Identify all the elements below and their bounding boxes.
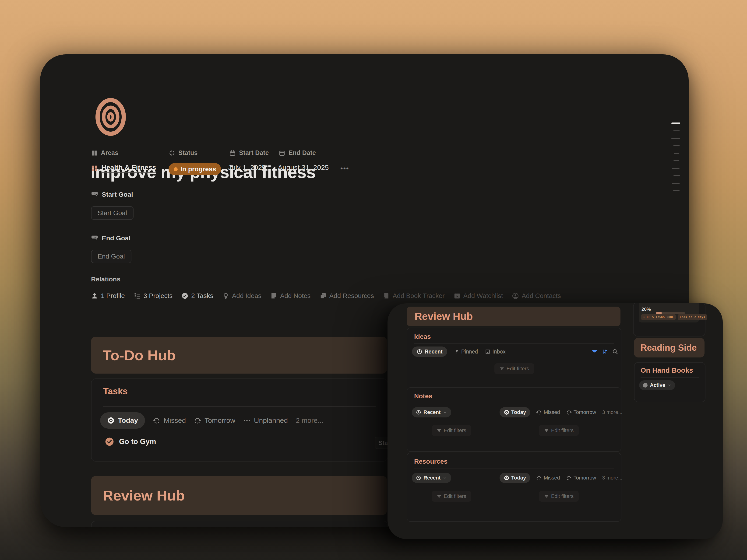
relations-row: 1 Profile 3 Projects 2 Tasks Add Ideas A… — [91, 292, 561, 300]
task-row[interactable]: Go to Gym — [105, 437, 156, 446]
end-date-value[interactable]: August 31, 2025 — [278, 164, 329, 171]
todo-hub-title: To-Do Hub — [103, 347, 176, 364]
overlay-review-hub-title: Review Hub — [415, 311, 473, 322]
cursor-click-icon — [91, 191, 99, 198]
ends-in-badge: Ends in 2 days — [678, 314, 707, 320]
person-icon — [91, 292, 98, 299]
tabs-more-button[interactable]: 2 more... — [296, 417, 323, 424]
relation-projects[interactable]: 3 Projects — [134, 292, 173, 300]
missed-icon — [536, 409, 542, 415]
resources-tab-tomorrow[interactable]: Tomorrow — [566, 475, 596, 481]
filter-icon — [437, 494, 441, 499]
notes-tab-today[interactable]: Today — [499, 407, 530, 418]
notes-edit-filters-left[interactable]: Edit filters — [432, 425, 471, 436]
contact-icon — [512, 292, 519, 299]
property-label: End Date — [288, 149, 316, 157]
relation-add-resources[interactable]: Add Resources — [319, 292, 374, 300]
status-label: In progress — [180, 165, 216, 173]
more-properties-button[interactable]: ••• — [340, 164, 349, 172]
notes-tab-missed[interactable]: Missed — [536, 409, 560, 415]
tab-unplanned[interactable]: Unplanned — [243, 417, 288, 424]
review-hub-banner[interactable]: Review Hub — [91, 476, 387, 515]
overlay-review-hub-banner[interactable]: Review Hub — [407, 306, 620, 326]
ellipsis-icon — [243, 417, 251, 424]
property-start-date[interactable]: Start Date — [229, 149, 269, 157]
status-dot — [174, 167, 178, 171]
progress-panel: 20% 1 OF 5 TASKS DONE Ends in 2 days — [639, 303, 699, 322]
resources-card: Resources Recent Today Missed — [407, 453, 621, 522]
relation-add-contacts[interactable]: Add Contacts — [512, 292, 561, 300]
relation-add-book-tracker[interactable]: Add Book Tracker — [383, 292, 445, 300]
tomorrow-icon — [566, 409, 572, 415]
tab-today[interactable]: Today — [100, 412, 145, 429]
start-goal-button[interactable]: Start Goal — [91, 206, 133, 220]
notes-card: Notes Recent Today Missed — [407, 387, 621, 452]
relation-tasks[interactable]: 2 Tasks — [181, 292, 213, 300]
filter-icon — [499, 366, 504, 371]
area-value[interactable]: Health & Fitness — [91, 164, 156, 173]
search-icon[interactable] — [612, 349, 618, 355]
notes-edit-filters-right[interactable]: Edit filters — [539, 425, 579, 436]
active-filter-pill[interactable]: Active — [639, 380, 675, 390]
ideas-tab-bar: Recent Pinned Inbox — [412, 347, 506, 357]
reading-side-banner[interactable]: Reading Side — [634, 338, 704, 357]
filter-icon[interactable] — [592, 349, 598, 355]
property-label: Status — [178, 149, 198, 157]
ideas-edit-filters-button[interactable]: Edit filters — [494, 363, 534, 374]
missed-icon — [536, 475, 542, 481]
relation-add-watchlist[interactable]: Add Watchlist — [454, 292, 503, 300]
clock-icon — [417, 349, 422, 354]
cursor-click-icon — [91, 235, 99, 242]
ideas-card: Ideas Recent Pinned Inbox — [407, 328, 621, 398]
notes-tabs-more-button[interactable]: 3 more... — [602, 409, 622, 415]
inbox-icon — [485, 349, 490, 354]
watchlist-icon — [454, 292, 461, 299]
resources-tab-missed[interactable]: Missed — [536, 475, 560, 481]
filter-icon — [544, 494, 549, 499]
resources-edit-filters-right[interactable]: Edit filters — [539, 491, 579, 502]
check-circle-icon — [181, 292, 188, 299]
reading-side-title: Reading Side — [641, 343, 697, 353]
resources-tab-today[interactable]: Today — [499, 473, 530, 483]
resource-icon — [319, 292, 327, 299]
tasks-tab-bar: Today Missed Tomorrow Unplanned 2 more..… — [100, 412, 323, 429]
ideas-tab-inbox[interactable]: Inbox — [485, 349, 506, 355]
missed-icon — [153, 417, 160, 424]
notes-tab-tomorrow[interactable]: Tomorrow — [566, 409, 596, 415]
tab-missed[interactable]: Missed — [153, 417, 186, 424]
resources-recent-tab[interactable]: Recent — [412, 473, 451, 483]
notes-day-tab-bar: Today Missed Tomorrow 3 more... — [499, 407, 622, 418]
start-date-value[interactable]: July 1, 2025 — [228, 164, 266, 171]
end-goal-heading: End Goal — [91, 235, 130, 242]
status-pill[interactable]: In progress — [169, 163, 221, 175]
tab-tomorrow[interactable]: Tomorrow — [194, 417, 235, 424]
relation-add-ideas[interactable]: Add Ideas — [222, 292, 261, 300]
book-icon — [383, 292, 390, 299]
resources-tabs-more-button[interactable]: 3 more... — [602, 475, 622, 481]
property-areas[interactable]: Areas — [91, 149, 118, 157]
property-end-date[interactable]: End Date — [279, 149, 316, 157]
relation-profile[interactable]: 1 Profile — [91, 292, 125, 300]
ideas-tab-pinned[interactable]: Pinned — [454, 349, 478, 355]
ideas-tab-recent[interactable]: Recent — [412, 347, 447, 357]
relation-add-notes[interactable]: Add Notes — [270, 292, 311, 300]
property-label: Areas — [101, 149, 118, 157]
resources-title: Resources — [414, 458, 447, 465]
property-status[interactable]: Status — [169, 149, 198, 157]
progress-bar — [656, 312, 685, 314]
sort-icon[interactable] — [602, 349, 608, 355]
checklist-icon — [134, 292, 141, 299]
task-label: Go to Gym — [119, 437, 156, 446]
chevron-down-icon — [443, 476, 447, 480]
tasks-title: Tasks — [103, 386, 128, 396]
notes-recent-tab[interactable]: Recent — [412, 407, 451, 418]
task-checked-icon[interactable] — [105, 437, 114, 446]
tasks-done-badge: 1 OF 5 TASKS DONE — [641, 314, 676, 320]
end-goal-button[interactable]: End Goal — [91, 250, 131, 263]
property-label: Start Date — [239, 149, 269, 157]
grid-icon — [91, 165, 98, 172]
resources-edit-filters-left[interactable]: Edit filters — [432, 491, 471, 502]
todo-hub-banner[interactable]: To-Do Hub — [91, 337, 387, 374]
target-icon[interactable] — [95, 98, 126, 136]
outline-line-active[interactable] — [671, 123, 680, 124]
